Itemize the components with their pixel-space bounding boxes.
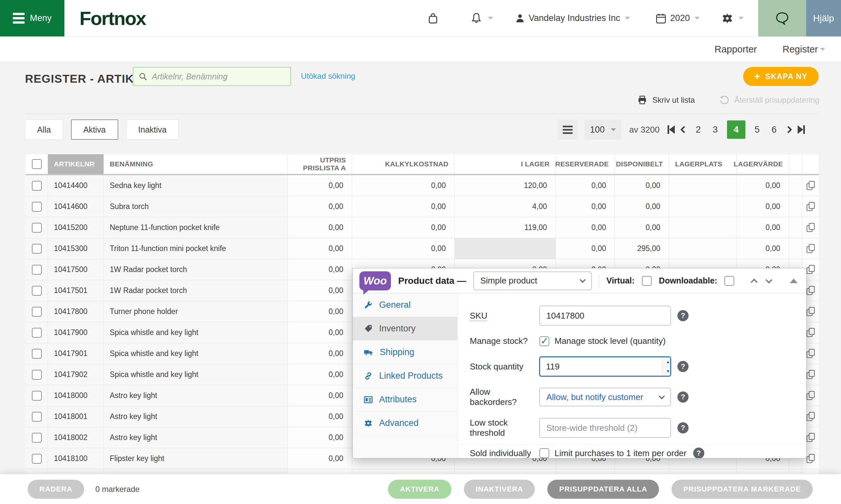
- tab-shipping[interactable]: Shipping: [353, 341, 458, 364]
- table-row[interactable]: 10415200 Neptune 11-function pocket knif…: [25, 217, 819, 238]
- row-checkbox[interactable]: [32, 265, 42, 275]
- column-header-lagerplats[interactable]: LAGERPLATS: [669, 154, 737, 174]
- company-menu[interactable]: Vandelay Industries Inc: [514, 0, 630, 36]
- copy-row-button[interactable]: [805, 222, 816, 234]
- column-header-ilager[interactable]: I LAGER: [455, 154, 556, 174]
- help-button[interactable]: Hjälp: [806, 0, 841, 36]
- row-checkbox[interactable]: [32, 433, 42, 443]
- filter-aktiva[interactable]: Aktiva: [71, 120, 118, 140]
- column-header-reserverade[interactable]: RESERVERADE: [556, 154, 615, 174]
- nav-item-register[interactable]: Register: [783, 44, 825, 55]
- price-update-selected-button[interactable]: PRISUPPDATERA MARKERADE: [671, 480, 813, 499]
- copy-row-button[interactable]: [805, 180, 816, 192]
- page-number-5[interactable]: 5: [752, 124, 762, 135]
- column-header-benamning[interactable]: BENÄMNING: [104, 154, 288, 174]
- low-stock-input[interactable]: [539, 418, 671, 438]
- sku-input[interactable]: [539, 306, 671, 325]
- move-up-icon[interactable]: [751, 278, 758, 286]
- page-number-3[interactable]: 3: [710, 124, 720, 135]
- current-page[interactable]: 4: [727, 121, 745, 139]
- copy-row-button[interactable]: [805, 327, 816, 339]
- row-checkbox[interactable]: [32, 349, 42, 359]
- tab-general[interactable]: General: [353, 293, 458, 317]
- quantity-stepper[interactable]: ▲▼: [662, 357, 671, 376]
- copy-row-button[interactable]: [805, 432, 816, 444]
- row-checkbox[interactable]: [32, 286, 42, 295]
- row-checkbox[interactable]: [32, 244, 42, 254]
- view-toggle-button[interactable]: [557, 120, 578, 140]
- page-size-select[interactable]: 100: [584, 120, 621, 140]
- select-all-checkbox[interactable]: [32, 159, 42, 169]
- copy-row-button[interactable]: [805, 285, 816, 296]
- chat-button[interactable]: [758, 0, 806, 36]
- copy-row-button[interactable]: [805, 453, 816, 465]
- last-page-button[interactable]: [797, 125, 805, 134]
- row-checkbox[interactable]: [32, 307, 42, 317]
- price-update-all-button[interactable]: PRISUPPDATERA ALLA: [547, 480, 659, 499]
- column-header-disponibelt[interactable]: DISPONIBELT: [615, 154, 669, 174]
- copy-row-button[interactable]: [805, 411, 816, 422]
- first-page-button[interactable]: [668, 125, 675, 134]
- delete-button[interactable]: RADERA: [28, 480, 84, 499]
- notifications-button[interactable]: [469, 0, 493, 36]
- backorders-select[interactable]: Allow, but notify customer: [539, 388, 671, 406]
- row-checkbox[interactable]: [32, 370, 42, 380]
- table-row[interactable]: 10414400 Sedna key light 0,00 0,00 120,0…: [25, 175, 819, 196]
- filter-alla[interactable]: Alla: [25, 120, 63, 140]
- page-number-2[interactable]: 2: [693, 124, 704, 135]
- column-header-kalkylkostnad[interactable]: KALKYLKOSTNAD: [352, 154, 455, 174]
- help-icon[interactable]: ?: [677, 361, 689, 372]
- print-list-button[interactable]: Skriv ut lista: [637, 94, 695, 106]
- copy-row-button[interactable]: [805, 264, 816, 276]
- filter-inaktiva[interactable]: Inaktiva: [126, 120, 179, 140]
- sold-individually-checkbox[interactable]: [539, 448, 549, 458]
- tab-linked-products[interactable]: Linked Products: [353, 364, 458, 388]
- reset-price-update-button[interactable]: Återställ prisuppdatering: [719, 94, 819, 106]
- extended-search-link[interactable]: Utökad sökning: [301, 72, 355, 81]
- stock-quantity-input[interactable]: [540, 362, 662, 372]
- copy-row-button[interactable]: [805, 369, 816, 381]
- virtual-checkbox[interactable]: [642, 276, 652, 286]
- table-row[interactable]: 10414600 Subra torch 0,00 0,00 4,00 0,00…: [25, 196, 819, 217]
- table-row[interactable]: 10415300 Triton 11-function mini pocket …: [25, 238, 819, 259]
- product-type-select[interactable]: Simple product: [474, 272, 591, 290]
- manage-stock-checkbox[interactable]: [539, 336, 549, 346]
- collapse-toggle-icon[interactable]: [790, 278, 797, 283]
- help-icon[interactable]: ?: [693, 448, 704, 458]
- settings-menu[interactable]: [721, 0, 744, 36]
- store-button[interactable]: [426, 0, 440, 36]
- move-down-icon[interactable]: [766, 276, 772, 284]
- help-icon[interactable]: ?: [677, 310, 689, 321]
- row-checkbox[interactable]: [32, 391, 42, 401]
- row-checkbox[interactable]: [32, 202, 42, 212]
- column-header-lagervarde[interactable]: LAGERVÄRDE: [737, 154, 789, 174]
- row-checkbox[interactable]: [32, 181, 42, 191]
- tab-attributes[interactable]: Attributes: [353, 388, 458, 412]
- deactivate-button[interactable]: INAKTIVERA: [464, 480, 535, 499]
- column-header-utpris[interactable]: UTPRIS PRISLISTA A: [288, 154, 352, 174]
- help-icon[interactable]: ?: [677, 392, 689, 402]
- table-row[interactable]: [25, 469, 819, 474]
- activate-button[interactable]: AKTIVERA: [388, 480, 451, 499]
- row-checkbox[interactable]: [32, 328, 42, 338]
- nav-item-rapporter[interactable]: Rapporter: [715, 44, 757, 55]
- copy-row-button[interactable]: [805, 243, 816, 255]
- menu-button[interactable]: Meny: [0, 0, 64, 36]
- year-menu[interactable]: 2020: [654, 0, 700, 36]
- previous-page-button[interactable]: [681, 127, 687, 132]
- downloadable-checkbox[interactable]: [724, 276, 734, 286]
- help-icon[interactable]: ?: [677, 422, 689, 433]
- page-number-6[interactable]: 6: [769, 124, 779, 135]
- create-new-button[interactable]: + SKAPA NY: [743, 67, 819, 86]
- tab-inventory[interactable]: Inventory: [353, 317, 458, 341]
- copy-row-button[interactable]: [805, 390, 816, 402]
- copy-row-button[interactable]: [805, 201, 816, 213]
- row-checkbox[interactable]: [32, 454, 42, 464]
- row-checkbox[interactable]: [32, 223, 42, 233]
- next-page-button[interactable]: [786, 127, 791, 132]
- row-checkbox[interactable]: [32, 412, 42, 421]
- copy-row-button[interactable]: [805, 306, 816, 318]
- copy-row-button[interactable]: [805, 348, 816, 360]
- tab-advanced[interactable]: Advanced: [353, 412, 458, 435]
- search-input[interactable]: [151, 72, 286, 82]
